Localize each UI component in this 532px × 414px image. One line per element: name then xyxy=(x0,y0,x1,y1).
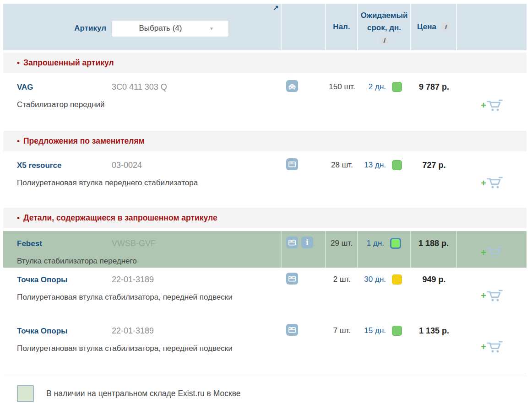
brand-link[interactable]: VAG xyxy=(17,82,112,93)
brand-link[interactable]: Febest xyxy=(17,238,112,249)
plus-icon: + xyxy=(481,101,486,110)
price: 1 135 р. xyxy=(411,319,457,370)
legend-text: В наличии на центральном складе Exist.ru… xyxy=(46,389,241,398)
article-number: VWSB-GVF xyxy=(112,238,156,249)
cart-icon xyxy=(487,246,503,258)
expected-term-label-line2: срок, дн. xyxy=(367,22,401,34)
info-icon[interactable]: i xyxy=(380,36,389,45)
cart-icon xyxy=(487,341,503,353)
add-to-cart-button[interactable]: + xyxy=(481,80,503,131)
quantity: 7 шт. xyxy=(326,319,358,370)
part-description: Стабилизатор передний xyxy=(17,97,236,112)
storage-box-icon[interactable] xyxy=(286,324,298,336)
quantity: 2 шт. xyxy=(326,268,358,319)
part-description: Втулка стабилизатора переднего xyxy=(17,253,236,269)
part-description: Полиуретановая втулка переднего стабилиз… xyxy=(17,175,236,190)
cart-header-cell xyxy=(457,4,527,50)
brand-link[interactable]: Точка Опоры xyxy=(17,326,112,337)
price-header-cell: Цена i xyxy=(411,4,457,50)
section-title: Детали, содержащиеся в запрошенном артик… xyxy=(23,213,217,223)
cart-icon xyxy=(487,177,503,189)
section-title: Предложения по заменителям xyxy=(23,136,145,146)
icons-header-cell xyxy=(282,4,326,50)
article-number: 22-01-3189 xyxy=(112,274,154,285)
add-to-cart-button[interactable]: + xyxy=(481,272,503,319)
price: 1 188 р. xyxy=(411,231,457,269)
add-to-cart-button[interactable]: + xyxy=(481,323,503,370)
stock-status-indicator xyxy=(392,274,402,285)
dropdown-value: Выбрать (4) xyxy=(112,24,209,33)
quantity: 150 шт. xyxy=(326,73,358,131)
term-link[interactable]: 15 дн. xyxy=(364,325,386,336)
part-description: Полиуретановая втулка стабилизатора, пер… xyxy=(17,290,236,305)
plus-icon: + xyxy=(481,178,486,188)
svg-text:i: i xyxy=(306,238,309,247)
brand-link[interactable]: X5 resource xyxy=(17,160,112,171)
article-number: 03-0024 xyxy=(112,160,142,171)
part-row: VAG 3C0 411 303 Q Стабилизатор передний … xyxy=(3,73,527,131)
info-icon[interactable]: i xyxy=(441,22,450,32)
term-link[interactable]: 30 дн. xyxy=(364,274,386,285)
term-link[interactable]: 2 дн. xyxy=(369,81,386,92)
bullet-icon: • xyxy=(17,59,20,68)
storage-box-icon[interactable] xyxy=(286,158,298,170)
stock-status-indicator xyxy=(390,238,401,249)
part-row: X5 resource 03-0024 Полиуретановая втулк… xyxy=(3,151,527,208)
car-icon[interactable] xyxy=(286,80,298,92)
section-title: Запрошенный артикул xyxy=(23,58,114,68)
bullet-icon: • xyxy=(17,214,20,223)
section-header-substitutes: • Предложения по заменителям xyxy=(3,131,527,151)
cart-icon xyxy=(487,290,503,302)
part-row: Точка Опоры 22-01-3189 Полиуретановая вт… xyxy=(3,319,527,370)
quantity: 29 шт. xyxy=(326,231,358,269)
chevron-down-icon: ▼ xyxy=(209,26,228,31)
article-number: 3C0 411 303 Q xyxy=(112,81,167,92)
article-filter-dropdown[interactable]: Выбрать (4) ▼ xyxy=(112,21,228,37)
brand-link[interactable]: Точка Опоры xyxy=(17,274,112,285)
part-row: Точка Опоры 22-01-3189 Полиуретановая вт… xyxy=(3,268,527,319)
offers-table: ↗ Артикул Выбрать (4) ▼ Нал. Ожидаемый с… xyxy=(3,4,527,402)
storage-box-icon[interactable] xyxy=(286,237,298,248)
availability-column-label: Нал. xyxy=(333,22,350,32)
price: 727 р. xyxy=(411,151,457,208)
expected-term-label-line1: Ожидаемый xyxy=(361,9,408,22)
article-header-cell: ↗ Артикул Выбрать (4) ▼ xyxy=(3,4,282,50)
quantity: 28 шт. xyxy=(326,151,358,208)
expand-arrow-icon[interactable]: ↗ xyxy=(273,4,279,11)
offers-page: ↗ Артикул Выбрать (4) ▼ Нал. Ожидаемый с… xyxy=(0,0,532,402)
stock-status-indicator xyxy=(392,160,402,170)
part-row-highlighted: Febest VWSB-GVF Втулка стабилизатора пер… xyxy=(3,231,527,268)
stock-status-indicator xyxy=(392,326,402,336)
stock-status-indicator xyxy=(392,82,402,92)
table-header: ↗ Артикул Выбрать (4) ▼ Нал. Ожидаемый с… xyxy=(3,4,527,50)
cart-icon xyxy=(487,99,503,112)
add-to-cart-button[interactable]: + xyxy=(481,158,503,208)
term-link[interactable]: 13 дн. xyxy=(364,160,386,171)
price-column-label: Цена xyxy=(417,22,436,32)
article-column-label: Артикул xyxy=(72,24,106,33)
central-warehouse-swatch xyxy=(17,385,34,402)
add-to-cart-button[interactable]: + xyxy=(481,236,503,269)
info-icon[interactable]: i xyxy=(301,237,313,248)
bullet-icon: • xyxy=(17,137,20,146)
availability-header-cell: Нал. xyxy=(326,4,358,50)
expected-term-header-cell: Ожидаемый срок, дн. i xyxy=(358,4,411,50)
plus-icon: + xyxy=(481,291,486,300)
section-header-requested-article: • Запрошенный артикул xyxy=(3,53,527,73)
term-link[interactable]: 1 дн. xyxy=(367,238,384,249)
storage-box-icon[interactable] xyxy=(286,273,298,285)
legend: В наличии на центральном складе Exist.ru… xyxy=(3,374,527,402)
price: 949 р. xyxy=(411,268,457,319)
section-header-contained-parts: • Детали, содержащиеся в запрошенном арт… xyxy=(3,208,527,228)
part-description: Полиуретановая втулка стабилизатора, пер… xyxy=(17,341,236,356)
plus-icon: + xyxy=(481,248,486,257)
price: 9 787 р. xyxy=(411,73,457,131)
plus-icon: + xyxy=(481,342,486,351)
article-number: 22-01-3189 xyxy=(112,325,154,336)
